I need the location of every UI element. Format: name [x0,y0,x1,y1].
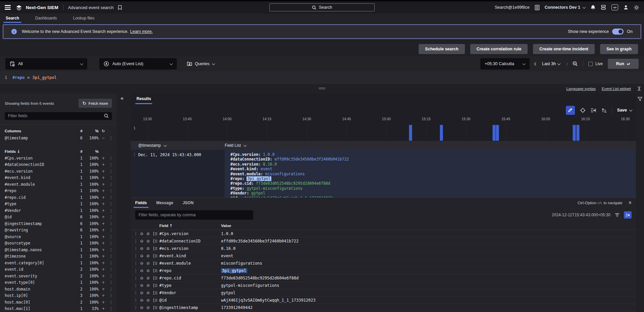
field-menu-icon[interactable]: ⋮ [108,300,114,305]
include-filter-icon[interactable]: ⊘ [145,291,151,295]
save-button[interactable]: Save [617,108,632,113]
see-in-graph-button[interactable]: See in graph [600,44,638,54]
resize-handle[interactable] [319,87,325,90]
field-menu-icon[interactable]: ⋮ [108,306,114,311]
add-field-button[interactable]: + [99,261,108,265]
hamburger-menu-icon[interactable] [5,5,11,9]
row-menu-icon[interactable]: ⋮ [133,276,139,280]
exclude-filter-icon[interactable]: ⊖ [139,276,145,280]
exclude-filter-icon[interactable]: ⊖ [139,305,145,310]
exclude-filter-icon[interactable]: ⊖ [139,283,145,288]
field-menu-icon[interactable]: ⋮ [108,208,114,213]
row-menu-icon[interactable]: ⋮ [133,298,139,303]
show-new-experience-toggle[interactable] [612,29,624,35]
include-filter-icon[interactable]: ⊘ [145,276,151,280]
histogram-bar[interactable] [573,125,576,141]
live-checkbox[interactable]: Live [588,61,603,66]
funnel-filter-icon[interactable] [638,97,642,101]
filter-fields-input[interactable] [8,114,104,118]
add-field-button[interactable]: + [99,195,108,200]
row-menu-icon[interactable]: ⋮ [133,246,139,251]
field-menu-icon[interactable]: ⋮ [108,215,114,219]
sort-order-button[interactable] [601,108,607,113]
event-list-widget-link[interactable]: Event List widget [602,87,631,91]
add-field-button[interactable]: + [99,248,108,252]
event-row[interactable]: ⋮ Dec. 11, 2024 15:43:43.000 #Cps.versio… [131,150,636,197]
close-icon[interactable]: × [629,200,632,206]
learn-more-link[interactable]: Learn more. [130,29,153,34]
field-menu-icon[interactable]: ⋮ [108,274,114,278]
field-menu-icon[interactable]: ⋮ [108,162,114,167]
crosshair-button[interactable] [580,107,586,113]
filter-lines-icon[interactable] [615,213,620,217]
field-row[interactable]: #dataConnectionID 1 100% + ⋮ [0,162,117,168]
field-menu-icon[interactable]: ⋮ [108,254,114,259]
falcon-logo-icon[interactable] [15,4,22,11]
add-column-icon[interactable] [151,254,159,258]
row-menu-icon[interactable]: ⋮ [133,283,139,288]
include-filter-icon[interactable]: ⊘ [145,268,151,273]
field-row[interactable]: #type 1 100% + ⋮ [0,201,117,208]
query-editor[interactable]: 1 #repo = 3pi_gytpol [0,71,644,84]
inspector-row[interactable]: ⋮ ⊖ ⊘ #dataConnectionID effd09c35de34560… [131,237,636,245]
time-forward-button[interactable] [565,63,568,65]
add-field-button[interactable]: + [99,287,108,292]
include-filter-icon[interactable]: ⊘ [145,246,151,251]
tab-lookup-files[interactable]: Lookup files [73,13,95,23]
field-row[interactable]: host.ip[0] 3 100% + ⋮ [0,293,117,299]
add-column-icon[interactable] [151,283,159,287]
field-row[interactable]: @timestamp.nanos 1 100% + ⋮ [0,247,117,253]
field-row[interactable]: @sourcetype 1 100% + ⋮ [0,240,117,247]
run-button[interactable]: Run↵ [608,59,639,69]
add-column-icon[interactable] [151,239,159,243]
field-menu-icon[interactable]: ⋮ [108,248,114,252]
field-menu-icon[interactable]: ⋮ [108,261,114,265]
timezone-selector[interactable]: +05:30 Calcutta [480,58,530,70]
histogram-plot[interactable]: 1 [131,122,636,141]
add-field-button[interactable]: + [99,274,108,278]
field-column-header[interactable]: Field ↑ [159,223,221,228]
field-menu-icon[interactable]: ⋮ [108,169,114,174]
add-column-icon[interactable] [151,232,159,236]
field-row[interactable]: #Vendor 1 100% + ⋮ [0,207,117,214]
row-drag-handle[interactable]: ⋮ [131,150,138,197]
field-row[interactable]: event.type[0] 1 100% + ⋮ [0,279,117,286]
field-menu-icon[interactable]: ⋮ [108,202,114,206]
field-row[interactable]: @rawstring 6 100% + ⋮ [0,227,117,234]
row-menu-icon[interactable]: ⋮ [133,268,139,273]
add-field-button[interactable]: + [99,267,108,272]
inspector-row[interactable]: ⋮ ⊖ ⊘ #Cps.version 1.0.0 [131,230,636,237]
event-detail[interactable]: #Cps.version: 1.0.0#dataConnectionID: ef… [225,150,636,197]
collapse-sidebar-icon[interactable]: « [120,95,124,101]
inspector-row[interactable]: ⋮ ⊖ ⊘ #repo.cid f73de83d052548bc9295d2d6… [131,274,636,282]
goto-event-button[interactable] [624,211,632,219]
include-filter-icon[interactable]: ⊘ [145,305,151,310]
add-column-icon[interactable] [151,276,159,280]
column-row[interactable]: @timestamp 6 100% − ⋮ [0,135,117,141]
exclude-filter-icon[interactable]: ⊖ [139,261,145,266]
field-menu-icon[interactable]: ⋮ [108,293,114,298]
field-row[interactable]: @ingesttimestamp 6 100% + ⋮ [0,220,117,227]
field-menu-icon[interactable]: ⋮ [108,188,114,193]
inspector-filter-input[interactable] [139,213,250,217]
notifications-bell-icon[interactable] [590,5,596,10]
time-range-selector[interactable]: Last 3h [542,61,560,66]
exclude-filter-icon[interactable]: ⊖ [139,291,145,295]
add-column-icon[interactable] [151,306,159,310]
field-row[interactable]: #Cps.version 1 100% + ⋮ [0,155,117,162]
tenant-selector[interactable]: Connectors Dev 1 [545,5,585,10]
field-menu-icon[interactable]: ⋮ [108,267,114,272]
bookmark-icon[interactable] [118,5,122,10]
include-filter-icon[interactable]: ⊘ [145,239,151,243]
timestamp-column-header[interactable]: @timestamp [131,143,225,148]
add-field-button[interactable]: + [99,234,108,239]
field-menu-icon[interactable]: ⋮ [108,136,114,140]
collapse-panel-icon[interactable] [637,86,641,91]
histogram-bar[interactable] [409,125,412,141]
field-row[interactable]: event.severity 2 100% + ⋮ [0,273,117,279]
field-row[interactable]: #event.module 1 100% + ⋮ [0,181,117,188]
remove-column-button[interactable]: − [99,136,108,140]
row-menu-icon[interactable]: ⋮ [133,254,139,258]
messages-icon[interactable] [601,5,606,10]
global-search-input[interactable]: Search [269,3,375,11]
